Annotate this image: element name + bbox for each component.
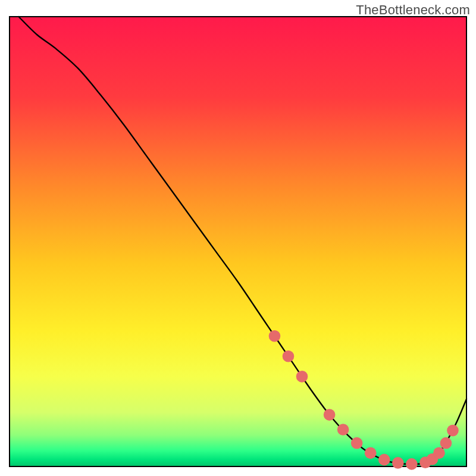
chart-frame: TheBottleneck.com <box>0 0 476 476</box>
marker-dot <box>378 454 390 466</box>
chart-svg <box>0 0 476 476</box>
watermark-text: TheBottleneck.com <box>356 2 470 18</box>
marker-dot <box>351 437 363 449</box>
marker-dot <box>433 447 445 459</box>
marker-dot <box>337 424 349 436</box>
marker-dot <box>296 371 308 383</box>
marker-dot <box>440 437 452 449</box>
gradient-background <box>10 17 466 466</box>
marker-dot <box>406 458 418 470</box>
marker-dot <box>324 409 336 421</box>
marker-dot <box>283 350 295 362</box>
marker-dot <box>365 447 377 459</box>
marker-dot <box>392 457 404 469</box>
marker-dot <box>447 425 459 437</box>
marker-dot <box>269 330 281 342</box>
